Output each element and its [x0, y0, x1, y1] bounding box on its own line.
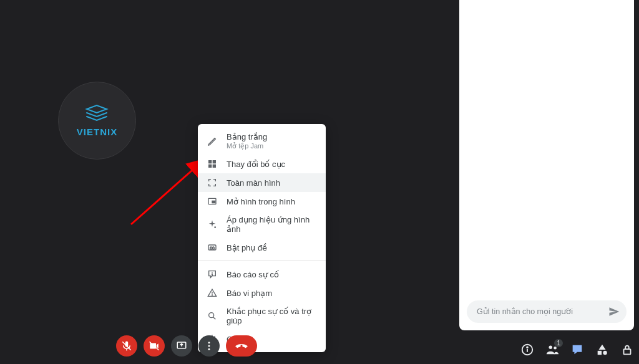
end-call-button[interactable] [226, 335, 257, 357]
svg-line-0 [131, 161, 203, 224]
participants-button[interactable]: 1 [545, 343, 559, 357]
pip-icon [207, 196, 218, 206]
menu-item-label: Khắc phục sự cố và trợ giúp [227, 307, 317, 325]
svg-point-24 [208, 348, 210, 350]
svg-point-15 [209, 313, 214, 318]
menu-item-troubleshoot[interactable]: Khắc phục sự cố và trợ giúp [198, 302, 326, 330]
svg-point-11 [212, 274, 212, 275]
more-vertical-icon [203, 340, 215, 352]
svg-rect-2 [213, 160, 216, 163]
participant-count-badge: 1 [554, 339, 563, 347]
feedback-icon [207, 269, 218, 279]
camera-toggle-button[interactable] [144, 335, 165, 357]
participant-avatar: VIETNIX [58, 82, 136, 160]
send-message-button[interactable] [605, 303, 623, 320]
svg-point-14 [212, 295, 212, 295]
menu-item-label: Áp dụng hiệu ứng hình ảnh [227, 215, 317, 234]
menu-item-label: Báo vi phạm [227, 289, 317, 298]
svg-point-27 [527, 347, 528, 348]
pencil-icon [207, 136, 218, 146]
svg-rect-1 [208, 160, 212, 163]
shapes-icon [595, 343, 609, 357]
menu-item-fullscreen[interactable]: Toàn màn hình [198, 173, 326, 192]
svg-line-16 [213, 317, 216, 320]
svg-rect-6 [212, 201, 215, 203]
menu-item-label: Bảng trắng Mở tệp Jam [227, 132, 317, 150]
svg-point-32 [603, 351, 607, 355]
captions-icon: CC [207, 242, 218, 252]
menu-item-label: Báo cáo sự cố [227, 270, 317, 279]
info-icon [520, 343, 534, 357]
annotation-arrow [128, 156, 209, 228]
menu-item-apply-effects[interactable]: Áp dụng hiệu ứng hình ảnh [198, 211, 326, 238]
menu-item-report-abuse[interactable]: Báo vi phạm [198, 284, 326, 302]
menu-item-whiteboard[interactable]: Bảng trắng Mở tệp Jam [198, 128, 326, 155]
call-toolbar: 1 [0, 336, 639, 364]
svg-point-7 [214, 226, 216, 228]
menu-item-pip[interactable]: Mở hình trong hình [198, 192, 326, 211]
svg-rect-3 [208, 165, 212, 168]
camera-off-icon [149, 340, 160, 352]
activities-button[interactable] [595, 343, 609, 357]
menu-divider [198, 261, 326, 261]
svg-rect-4 [213, 165, 216, 168]
menu-item-report-problem[interactable]: Báo cáo sự cố [198, 265, 326, 284]
meeting-details-button[interactable] [520, 343, 534, 357]
more-options-button[interactable] [198, 335, 220, 357]
svg-marker-30 [599, 345, 606, 350]
host-controls-button[interactable] [620, 343, 634, 357]
svg-point-23 [208, 345, 210, 347]
menu-item-captions[interactable]: CC Bật phụ đề [198, 238, 326, 257]
menu-item-label: Bật phụ đề [227, 243, 317, 252]
present-icon [176, 340, 187, 352]
vietnix-logo: VIETNIX [77, 104, 117, 137]
chat-input-row [467, 300, 627, 323]
chat-toggle-button[interactable] [570, 343, 584, 357]
present-screen-button[interactable] [171, 335, 192, 357]
mic-off-icon [121, 340, 132, 352]
svg-text:CC: CC [210, 246, 215, 250]
layout-icon [207, 159, 218, 169]
svg-point-22 [208, 342, 210, 343]
menu-item-change-layout[interactable]: Thay đổi bố cục [198, 155, 326, 173]
menu-item-label: Toàn màn hình [227, 178, 317, 188]
menu-item-label: Thay đổi bố cục [227, 160, 317, 169]
call-end-icon [234, 338, 249, 353]
menu-item-label: Mở hình trong hình [227, 197, 317, 206]
lock-icon [620, 343, 634, 357]
microphone-toggle-button[interactable] [116, 335, 137, 357]
svg-rect-31 [598, 351, 602, 355]
sparkle-icon [207, 219, 218, 229]
search-icon [207, 311, 218, 321]
report-icon [207, 288, 218, 298]
svg-rect-33 [624, 349, 631, 354]
chat-messages-area [459, 0, 634, 293]
chat-panel [459, 0, 634, 330]
fullscreen-icon [207, 178, 218, 188]
svg-point-29 [554, 347, 557, 350]
chat-message-input[interactable] [477, 307, 605, 316]
avatar-brand-text: VIETNIX [77, 127, 117, 137]
svg-point-28 [549, 346, 553, 350]
more-options-menu: Bảng trắng Mở tệp Jam Thay đổi bố cục To… [198, 124, 326, 352]
chat-icon [570, 343, 584, 357]
